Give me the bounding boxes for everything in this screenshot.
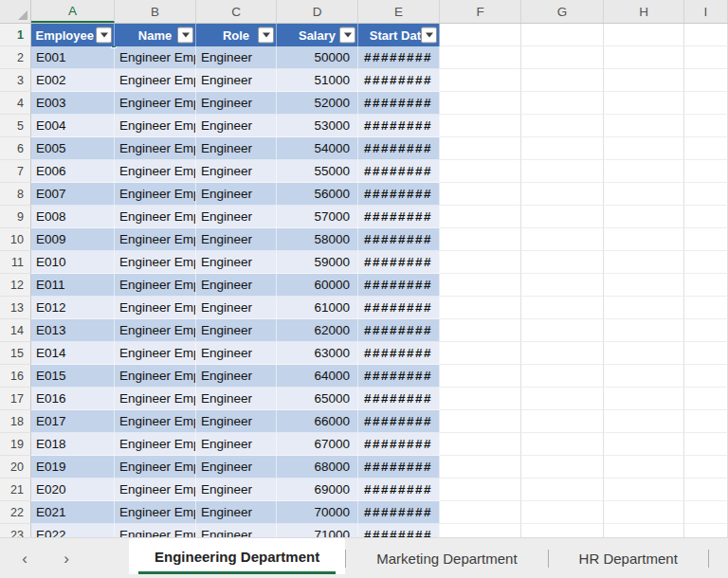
empty-cell[interactable]: [521, 160, 604, 183]
empty-cell[interactable]: [684, 365, 728, 388]
sheet-tab-marketing[interactable]: Marketing Department: [346, 538, 547, 578]
empty-cell[interactable]: [440, 410, 521, 433]
empty-cell[interactable]: [521, 319, 604, 342]
empty-cell[interactable]: [604, 69, 684, 92]
filter-dropdown-button[interactable]: [339, 27, 355, 44]
cell-start-date[interactable]: ########: [358, 137, 440, 160]
empty-cell[interactable]: [604, 479, 684, 501]
cell-start-date[interactable]: ########: [358, 297, 440, 319]
cell-id[interactable]: E001: [31, 46, 115, 69]
column-header-e[interactable]: E: [358, 0, 440, 23]
cell-salary[interactable]: 58000: [277, 228, 358, 251]
empty-cell[interactable]: [521, 524, 604, 537]
row-header-2[interactable]: 2: [0, 46, 31, 69]
cell-name[interactable]: Engineer Employee 20: [115, 479, 196, 501]
cell-id[interactable]: E015: [31, 365, 115, 388]
cell-name[interactable]: Engineer Employee 21: [115, 501, 196, 524]
column-header-d[interactable]: D: [277, 0, 358, 23]
row-header-17[interactable]: 17: [0, 388, 31, 410]
cell-id[interactable]: E002: [31, 69, 115, 92]
cell-role[interactable]: Engineer: [196, 297, 277, 319]
empty-cell[interactable]: [521, 251, 604, 274]
cell-id[interactable]: E011: [31, 274, 115, 297]
empty-cell[interactable]: [604, 92, 684, 115]
empty-cell[interactable]: [604, 24, 684, 46]
table-header-cell[interactable]: Role: [196, 24, 277, 46]
cell-id[interactable]: E008: [31, 206, 115, 228]
sheet-tab-engineering[interactable]: Engineering Department: [129, 538, 345, 574]
empty-cell[interactable]: [440, 228, 521, 251]
cell-id[interactable]: E007: [31, 183, 115, 206]
empty-cell[interactable]: [440, 479, 521, 501]
empty-cell[interactable]: [440, 24, 521, 46]
empty-cell[interactable]: [440, 69, 521, 92]
empty-cell[interactable]: [440, 137, 521, 160]
cell-name[interactable]: Engineer Employee 13: [115, 319, 196, 342]
empty-cell[interactable]: [440, 501, 521, 524]
cell-id[interactable]: E012: [31, 297, 115, 319]
column-header-a[interactable]: A: [31, 0, 115, 23]
table-header-cell[interactable]: Name: [115, 24, 196, 46]
empty-cell[interactable]: [684, 137, 728, 160]
cell-id[interactable]: E010: [31, 251, 115, 274]
cell-role[interactable]: Engineer: [196, 137, 277, 160]
empty-cell[interactable]: [684, 92, 728, 115]
empty-cell[interactable]: [521, 274, 604, 297]
empty-cell[interactable]: [684, 274, 728, 297]
cell-role[interactable]: Engineer: [196, 228, 277, 251]
cell-role[interactable]: Engineer: [196, 274, 277, 297]
row-header-13[interactable]: 13: [0, 297, 31, 319]
cell-name[interactable]: Engineer Employee 7: [115, 183, 196, 206]
empty-cell[interactable]: [604, 297, 684, 319]
empty-cell[interactable]: [440, 251, 521, 274]
empty-cell[interactable]: [604, 46, 684, 69]
cell-name[interactable]: Engineer Employee 10: [115, 251, 196, 274]
row-header-6[interactable]: 6: [0, 137, 31, 160]
empty-cell[interactable]: [521, 46, 604, 69]
empty-cell[interactable]: [521, 410, 604, 433]
empty-cell[interactable]: [521, 456, 604, 479]
cell-start-date[interactable]: ########: [358, 410, 440, 433]
filter-dropdown-button[interactable]: [421, 27, 437, 44]
cell-salary[interactable]: 59000: [277, 251, 358, 274]
cell-role[interactable]: Engineer: [196, 160, 277, 183]
cell-role[interactable]: Engineer: [196, 206, 277, 228]
table-header-cell[interactable]: Employee ID: [31, 24, 115, 46]
column-header-b[interactable]: B: [115, 0, 196, 23]
empty-cell[interactable]: [440, 206, 521, 228]
column-header-i[interactable]: I: [684, 0, 728, 23]
select-all-corner[interactable]: [0, 0, 31, 23]
cell-name[interactable]: Engineer Employee 9: [115, 228, 196, 251]
empty-cell[interactable]: [604, 501, 684, 524]
cell-name[interactable]: Engineer Employee 4: [115, 115, 196, 137]
row-header-18[interactable]: 18: [0, 410, 31, 433]
empty-cell[interactable]: [604, 115, 684, 137]
cell-role[interactable]: Engineer: [196, 524, 277, 537]
empty-cell[interactable]: [604, 228, 684, 251]
cell-name[interactable]: Engineer Employee 17: [115, 410, 196, 433]
empty-cell[interactable]: [521, 228, 604, 251]
empty-cell[interactable]: [440, 524, 521, 537]
empty-cell[interactable]: [604, 137, 684, 160]
row-header-21[interactable]: 21: [0, 479, 31, 501]
cell-role[interactable]: Engineer: [196, 92, 277, 115]
cell-salary[interactable]: 63000: [277, 342, 358, 365]
cell-id[interactable]: E005: [31, 137, 115, 160]
cell-salary[interactable]: 64000: [277, 365, 358, 388]
empty-cell[interactable]: [440, 115, 521, 137]
empty-cell[interactable]: [604, 388, 684, 410]
row-header-4[interactable]: 4: [0, 92, 31, 115]
cell-salary[interactable]: 66000: [277, 410, 358, 433]
cell-start-date[interactable]: ########: [358, 160, 440, 183]
cell-start-date[interactable]: ########: [358, 524, 440, 537]
cell-salary[interactable]: 69000: [277, 479, 358, 501]
empty-cell[interactable]: [521, 137, 604, 160]
cell-salary[interactable]: 56000: [277, 183, 358, 206]
cell-salary[interactable]: 54000: [277, 137, 358, 160]
cell-name[interactable]: Engineer Employee 8: [115, 206, 196, 228]
empty-cell[interactable]: [684, 228, 728, 251]
cell-start-date[interactable]: ########: [358, 251, 440, 274]
empty-cell[interactable]: [604, 319, 684, 342]
cell-role[interactable]: Engineer: [196, 388, 277, 410]
table-header-cell[interactable]: Start Date: [358, 24, 440, 46]
